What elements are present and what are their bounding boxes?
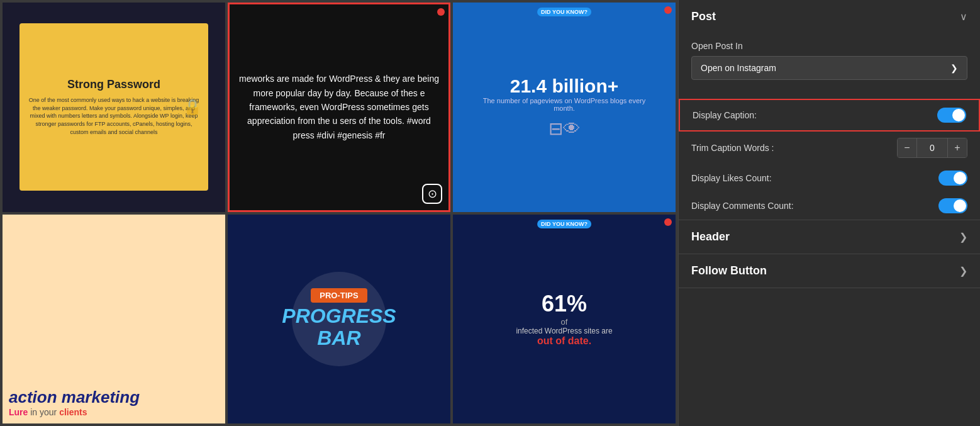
red-dot [437,8,445,16]
display-likes-row: Display Likes Count: [679,164,980,192]
display-comments-row: Display Comments Count: [679,192,980,220]
grid-item-5[interactable]: PRO-TIPS PROGRESS BAR [228,215,450,424]
post-chevron-icon: ∨ [960,11,967,23]
follow-button-chevron-icon: ❯ [959,265,967,277]
lure-text: Lure in your clients [9,407,87,417]
display-comments-label: Display Comments Count: [691,201,794,211]
card3-subtext: The number of pageviews on WordPress blo… [475,97,653,112]
did-you-know-badge: DID YOU KNOW? [537,8,591,16]
dropdown-value: Open on Instagram [701,63,776,73]
grid-item-4[interactable]: action marketing Lure in your clients [3,215,225,424]
trim-caption-row: Trim Caption Words : − 0 + [679,132,980,164]
card1-body: One of the most commonly used ways to ha… [27,96,201,136]
header-section: Header ❯ [679,220,980,254]
trim-caption-stepper: − 0 + [897,138,967,158]
display-likes-label: Display Likes Count: [691,173,772,183]
open-post-in-dropdown[interactable]: Open on Instagram ❯ [691,56,967,80]
dropdown-chevron-icon: ❯ [950,63,958,73]
display-comments-toggle[interactable] [938,198,967,213]
lure-span: Lure [9,407,28,417]
action-title: action marketing [9,388,140,407]
grid-item-1[interactable]: Strong Password One of the most commonly… [3,3,225,212]
display-likes-toggle[interactable] [938,171,967,186]
trim-caption-minus[interactable]: − [898,138,916,157]
infected-text: infected WordPress sites are [516,327,612,335]
red-dot-2 [664,6,672,14]
card1-title: Strong Password [67,78,160,91]
post-title: Post [691,10,716,23]
card3-icons: ⊟👁 [548,118,581,139]
image-grid: Strong Password One of the most commonly… [0,0,678,426]
header-title: Header [691,230,730,244]
progress-text: PROGRESS BAR [282,305,396,349]
grid-item-selected[interactable]: meworks are made for WordPress & they ar… [228,3,450,212]
did-you-know-badge-2: DID YOU KNOW? [537,220,591,228]
open-post-in-body: Open Post In Open on Instagram ❯ [679,33,980,99]
percent-text: 61% [542,291,587,317]
display-caption-label: Display Caption: [693,110,757,120]
header-chevron-icon: ❯ [959,231,967,243]
out-of-date-text: out of date. [537,335,591,347]
display-caption-toggle[interactable] [937,108,966,123]
clients-span: clients [59,407,87,417]
protips-badge: PRO-TIPS [311,288,367,303]
lock-icon: 🔒 [183,98,202,116]
post-section-header[interactable]: Post ∨ [679,0,980,33]
post-section: Post ∨ Open Post In Open on Instagram ❯ … [679,0,980,220]
header-section-header[interactable]: Header ❯ [679,220,980,254]
grid-item-3[interactable]: DID YOU KNOW? 21.4 billion+ The number o… [453,3,676,212]
trim-caption-plus[interactable]: + [948,138,967,157]
display-caption-row: Display Caption: [679,99,980,132]
grid-item-6[interactable]: DID YOU KNOW? 61% of infected WordPress … [453,215,676,424]
open-post-in-label: Open Post In [691,41,967,51]
toggle-thumb [952,109,965,121]
follow-button-title: Follow Button [691,264,767,277]
follow-button-section-header[interactable]: Follow Button ❯ [679,254,980,288]
trim-caption-label: Trim Caption Words : [691,143,774,153]
follow-button-section: Follow Button ❯ [679,254,980,288]
red-dot-3 [664,218,672,226]
billion-text: 21.4 billion+ [510,76,619,97]
likes-toggle-thumb [954,172,966,184]
of-text: of [561,317,568,327]
card2-text: meworks are made for WordPress & they ar… [238,72,440,142]
instagram-icon: ⊙ [422,184,442,204]
circle-bg: PRO-TIPS PROGRESS BAR [292,272,386,366]
trim-caption-value: 0 [916,138,948,157]
right-panel: Post ∨ Open Post In Open on Instagram ❯ … [678,0,980,426]
comments-toggle-thumb [954,199,966,212]
